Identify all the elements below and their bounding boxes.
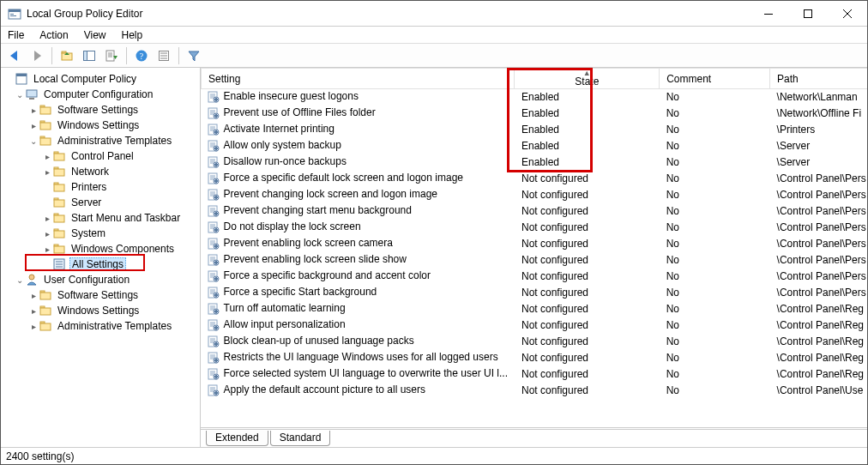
tree-adm-start-menu[interactable]: ▸ Start Menu and Taskbar — [4, 210, 200, 226]
table-row[interactable]: Force a specific default lock screen and… — [202, 171, 868, 187]
cell-setting: Prevent changing start menu background — [224, 204, 412, 216]
tree-adm-network[interactable]: ▸ Network — [4, 164, 200, 179]
tree-adm-server[interactable]: ▸ Server — [4, 195, 200, 210]
tree-uc-software[interactable]: ▸ Software Settings — [4, 287, 200, 303]
svg-rect-57 — [40, 293, 51, 299]
tree-cc-admin-templates[interactable]: ⌄ Administrative Templates — [4, 133, 200, 148]
tree-pane[interactable]: ▸ Local Computer Policy ⌄ Computer Confi… — [1, 68, 201, 447]
expand-icon[interactable]: ▸ — [28, 121, 39, 130]
tree-uc-windows[interactable]: ▸ Windows Settings — [4, 303, 200, 318]
tree-adm-system[interactable]: ▸ System — [4, 226, 200, 241]
folder-icon — [52, 180, 66, 194]
column-header-comment[interactable]: Comment — [660, 69, 770, 89]
tree-computer-config[interactable]: ⌄ Computer Configuration — [4, 87, 200, 102]
tree-adm-all-settings[interactable]: ▸ All Settings — [4, 257, 200, 272]
minimize-button[interactable] — [749, 1, 788, 27]
cell-setting: Prevent changing lock screen and logon i… — [224, 188, 438, 200]
export-list-button[interactable] — [101, 45, 122, 66]
expand-icon[interactable]: ▸ — [42, 214, 52, 223]
menu-file[interactable]: File — [6, 27, 26, 43]
expand-icon[interactable]: ▸ — [42, 229, 52, 239]
table-row[interactable]: Apply the default account picture to all… — [202, 383, 868, 399]
tab-extended[interactable]: Extended — [206, 431, 268, 446]
table-row[interactable]: Disallow run-once backupsEnabledNo\Serve… — [202, 154, 868, 171]
tree-adm-control-panel[interactable]: ▸ Control Panel — [4, 148, 200, 164]
tree-user-config[interactable]: ⌄ User Configuration — [4, 272, 200, 287]
tree-adm-windows-components[interactable]: ▸ Windows Components — [4, 241, 200, 257]
table-row[interactable]: Prevent use of Offline Files folderEnabl… — [202, 106, 868, 122]
table-row[interactable]: Prevent enabling lock screen slide showN… — [202, 252, 868, 269]
settings-list[interactable]: Setting ▲State Comment Path Enable insec… — [201, 68, 867, 428]
cell-path: \Printers — [770, 122, 867, 138]
policy-setting-icon — [207, 302, 220, 316]
expand-icon[interactable]: ▸ — [28, 306, 39, 316]
filter-button[interactable] — [184, 45, 204, 66]
table-row[interactable]: Restricts the UI language Windows uses f… — [202, 350, 868, 366]
tab-standard[interactable]: Standard — [270, 431, 331, 446]
collapse-icon[interactable]: ⌄ — [28, 136, 39, 146]
table-row[interactable]: Do not display the lock screenNot config… — [202, 220, 868, 236]
svg-rect-180 — [214, 359, 218, 361]
table-row[interactable]: Force a specific Start backgroundNot con… — [202, 285, 868, 301]
help-button[interactable]: ? — [131, 45, 152, 66]
expand-icon[interactable]: ▸ — [42, 167, 52, 177]
table-row[interactable]: Allow input personalizationNot configure… — [202, 317, 868, 334]
svg-rect-159 — [214, 311, 218, 312]
cell-setting: Allow input personalization — [224, 318, 346, 330]
tree-adm-printers[interactable]: ▸ Printers — [4, 179, 200, 195]
cell-comment: No — [660, 106, 770, 122]
back-button[interactable] — [4, 45, 25, 66]
menu-action[interactable]: Action — [38, 27, 69, 43]
cell-comment: No — [660, 203, 770, 220]
svg-rect-68 — [214, 99, 218, 100]
forward-button[interactable] — [27, 45, 47, 66]
expand-icon[interactable]: ▸ — [42, 245, 52, 254]
expand-icon[interactable]: ▸ — [28, 106, 39, 115]
tree-uc-admin-templates[interactable]: ▸ Administrative Templates — [4, 318, 200, 334]
cell-state: Not configured — [515, 317, 660, 334]
cell-comment: No — [660, 252, 770, 269]
table-row[interactable]: Prevent changing start menu backgroundNo… — [202, 203, 868, 220]
column-header-state[interactable]: ▲State — [515, 69, 660, 89]
expand-icon[interactable]: ▸ — [28, 322, 39, 331]
cell-comment: No — [660, 269, 770, 285]
expand-icon[interactable]: ▸ — [28, 291, 39, 300]
expand-icon[interactable]: ▸ — [42, 152, 52, 161]
table-row[interactable]: Prevent enabling lock screen cameraNot c… — [202, 236, 868, 252]
svg-rect-75 — [214, 115, 218, 117]
folder-icon — [39, 134, 52, 148]
tree-cc-software[interactable]: ▸ Software Settings — [4, 102, 200, 118]
table-row[interactable]: Prevent changing lock screen and logon i… — [202, 187, 868, 203]
folder-icon — [52, 149, 66, 163]
up-button[interactable] — [57, 45, 77, 66]
folder-icon — [52, 211, 66, 225]
cell-path: \Control Panel\Pers — [770, 220, 867, 236]
table-row[interactable]: Enable insecure guest logonsEnabledNo\Ne… — [202, 89, 868, 106]
table-row[interactable]: Activate Internet printingEnabledNo\Prin… — [202, 122, 868, 138]
collapse-icon[interactable]: ⌄ — [15, 90, 25, 100]
show-hide-tree-button[interactable] — [79, 45, 99, 66]
menu-help[interactable]: Help — [120, 27, 145, 43]
menu-view[interactable]: View — [82, 27, 108, 43]
close-button[interactable] — [828, 1, 867, 27]
table-row[interactable]: Block clean-up of unused language packsN… — [202, 334, 868, 350]
tree-cc-windows[interactable]: ▸ Windows Settings — [4, 118, 200, 133]
folder-icon — [52, 165, 66, 178]
table-row[interactable]: Force selected system UI language to ove… — [202, 366, 868, 383]
cell-setting: Force a specific default lock screen and… — [224, 172, 464, 184]
cell-state: Not configured — [515, 334, 660, 350]
policy-setting-icon — [207, 335, 220, 348]
properties-button[interactable] — [154, 45, 174, 66]
column-header-path[interactable]: Path — [770, 69, 867, 89]
tree-root[interactable]: ▸ Local Computer Policy — [4, 71, 200, 87]
cell-path: \Network\Offline Fi — [770, 106, 867, 122]
maximize-button[interactable] — [788, 1, 828, 27]
collapse-icon[interactable]: ⌄ — [15, 275, 25, 285]
svg-rect-14 — [84, 51, 87, 60]
cell-path: \Server — [770, 154, 867, 171]
table-row[interactable]: Turn off automatic learningNot configure… — [202, 301, 868, 317]
cell-setting: Apply the default account picture to all… — [224, 383, 425, 396]
column-header-setting[interactable]: Setting — [202, 69, 515, 89]
table-row[interactable]: Allow only system backupEnabledNo\Server — [202, 138, 868, 154]
table-row[interactable]: Force a specific background and accent c… — [202, 269, 868, 285]
